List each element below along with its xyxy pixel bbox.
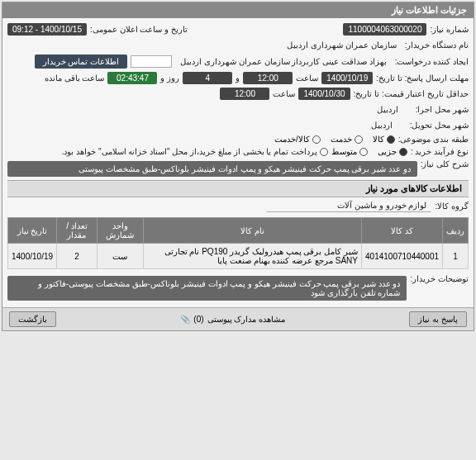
checkbox-empty-icon [320, 148, 328, 156]
deliv-city-value: اردبیل [357, 119, 407, 131]
group-label: گروه کالا: [435, 202, 469, 211]
th-unit: واحد شمارش [97, 218, 143, 244]
group-value: لوازم خودرو و ماشین آلات [266, 199, 431, 212]
panel-body: شماره نیاز: 1100004063000020 تاریخ و ساع… [2, 18, 474, 307]
validity-label: حداقل تاریخ اعتبار قیمت: تا تاریخ: [354, 89, 469, 98]
requester-label: ایجاد کننده درخواست: [395, 57, 469, 66]
th-date: تاریخ نیاز [8, 218, 57, 244]
category-radio-group: کالا خدمت کالا/خدمت [274, 135, 395, 144]
attachments-link[interactable]: مشاهده مدارک پیوستی (0) 📎 [180, 315, 285, 324]
proc-partial-radio[interactable]: جزیی [378, 147, 407, 156]
th-name: نام کالا [143, 218, 361, 244]
th-row: ردیف [443, 218, 469, 244]
exec-city-value: اردبیل [363, 103, 412, 116]
items-section-header: اطلاعات کالاهای مورد نیاز [7, 180, 469, 197]
announce-label: تاریخ و ساعت اعلان عمومی: [90, 25, 188, 34]
cell-code: 4014100710440001 [362, 244, 443, 269]
buyer-org-value: سازمان عمران شهرداری اردبیل [282, 39, 401, 51]
table-header-row: ردیف کد کالا نام کالا واحد شمارش تعداد /… [8, 218, 469, 244]
buyer-note-value: دو عدد شیر برقی پمپ حرکت فینیشر هیکو و پ… [7, 276, 407, 301]
proc-note-check[interactable]: پرداخت تمام یا بخشی از مبلغ خرید،از محل … [62, 147, 328, 156]
radio-filled-icon [387, 135, 395, 144]
time-label-2: ساعت [273, 89, 295, 98]
cell-unit: ست [97, 244, 143, 269]
process-radio-group: جزیی متوسط [331, 147, 407, 156]
days-label: روز و [160, 74, 179, 83]
attach-label: مشاهده مدارک پیوستی [207, 315, 286, 324]
cell-row: 1 [443, 244, 469, 269]
radio-empty-icon [359, 148, 368, 156]
exec-city-label: شهر محل اجرا: [416, 105, 469, 114]
th-code: کد کالا [362, 218, 443, 244]
process-label: نوع فرآیند خرید : [411, 147, 469, 156]
deadline-label: مهلت ارسال پاسخ: تا تاریخ: [376, 74, 469, 83]
reply-button[interactable]: پاسخ به نیاز [409, 311, 467, 327]
buyer-note-label: توضیحات خریدار: [410, 274, 469, 283]
footer-bar: پاسخ به نیاز مشاهده مدارک پیوستی (0) 📎 ب… [2, 307, 474, 330]
cat-goods-radio[interactable]: کالا [373, 135, 395, 144]
deadline-time: 12:00 [243, 72, 293, 84]
time-label-1: ساعت [296, 74, 318, 83]
details-panel: جزئیات اطلاعات نیاز شماره نیاز: 11000040… [2, 2, 474, 331]
need-no-label: شماره نیاز: [430, 25, 469, 34]
proc-medium-radio[interactable]: متوسط [331, 147, 368, 156]
paperclip-icon: 📎 [180, 315, 190, 324]
deadline-date: 1400/10/19 [321, 72, 373, 84]
announce-value: 1400/10/15 - 09:12 [7, 23, 87, 36]
validity-date: 1400/10/30 [298, 88, 350, 100]
buyer-org-label: نام دستگاه خریدار: [405, 40, 469, 50]
cell-date: 1400/10/19 [8, 244, 57, 269]
th-qty: تعداد / مقدار [57, 218, 98, 244]
requester-extra-input[interactable] [131, 55, 172, 68]
remain-label: ساعت باقی مانده [45, 74, 105, 83]
radio-empty-icon [355, 135, 363, 144]
back-button[interactable]: بازگشت [9, 311, 56, 327]
requester-value: بهزاد صداقت عینی کاربرداز سازمان عمران ش… [175, 55, 391, 68]
radio-empty-icon [312, 135, 321, 144]
category-label: طبقه بندی موضوعی: [398, 135, 469, 144]
validity-time: 12:00 [220, 88, 269, 100]
cell-name: شیر کامل برقی پمپ هیدرولیک گریدر PQ190 ن… [143, 244, 361, 269]
summary-value: دو عدد شیر برقی پمپ حرکت فینیشر هیکو و پ… [7, 161, 417, 177]
items-table: ردیف کد کالا نام کالا واحد شمارش تعداد /… [7, 217, 469, 269]
panel-title: جزئیات اطلاعات نیاز [2, 2, 474, 18]
days-value: 4 [183, 72, 232, 84]
attach-count: (0) [193, 315, 203, 324]
remain-time: 02:43:47 [107, 72, 157, 84]
cell-qty: 2 [57, 244, 98, 269]
radio-filled-icon [399, 148, 407, 156]
and-label: و [236, 74, 240, 83]
need-no-value: 1100004063000020 [343, 23, 426, 36]
deliv-city-label: شهر محل تحویل: [410, 121, 469, 130]
contact-info-button[interactable]: اطلاعات تماس خریدار [35, 55, 128, 69]
table-row[interactable]: 1 4014100710440001 شیر کامل برقی پمپ هید… [8, 244, 469, 269]
summary-label: شرح کلی نیاز: [421, 159, 469, 168]
cat-both-radio[interactable]: کالا/خدمت [274, 135, 321, 144]
cat-service-radio[interactable]: خدمت [331, 135, 363, 144]
